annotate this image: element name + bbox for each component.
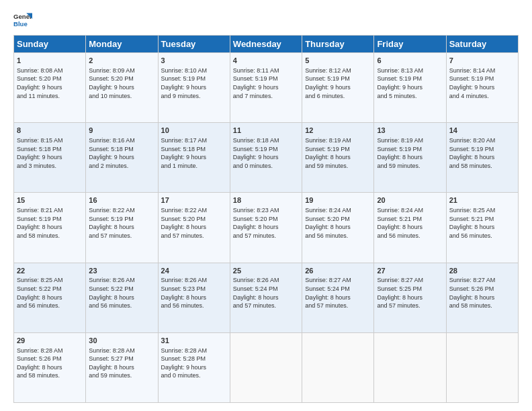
cell-content: Sunrise: 8:08 AM Sunset: 5:20 PM Dayligh… <box>17 66 83 100</box>
cell-content: Sunrise: 8:19 AM Sunset: 5:19 PM Dayligh… <box>377 136 443 170</box>
svg-text:Blue: Blue <box>13 20 28 28</box>
day-number: 24 <box>161 266 227 276</box>
cell-content: Sunrise: 8:23 AM Sunset: 5:20 PM Dayligh… <box>233 206 299 240</box>
day-number: 6 <box>377 56 443 66</box>
cell-content: Sunrise: 8:09 AM Sunset: 5:20 PM Dayligh… <box>89 66 154 100</box>
day-number: 15 <box>17 195 83 205</box>
day-number: 25 <box>233 266 299 276</box>
day-number: 1 <box>17 56 83 66</box>
day-number: 22 <box>17 266 83 276</box>
cell-content: Sunrise: 8:10 AM Sunset: 5:19 PM Dayligh… <box>161 66 227 100</box>
day-number: 4 <box>233 56 299 66</box>
day-number: 11 <box>233 126 299 136</box>
day-number: 26 <box>305 266 371 276</box>
col-header-monday: Monday <box>86 36 158 53</box>
day-number: 21 <box>449 195 515 205</box>
cell-content: Sunrise: 8:27 AM Sunset: 5:26 PM Dayligh… <box>449 276 515 310</box>
calendar-cell: 3Sunrise: 8:10 AM Sunset: 5:19 PM Daylig… <box>158 53 230 123</box>
cell-content: Sunrise: 8:24 AM Sunset: 5:21 PM Dayligh… <box>377 206 443 240</box>
day-number: 31 <box>161 336 227 346</box>
cell-content: Sunrise: 8:26 AM Sunset: 5:23 PM Dayligh… <box>161 276 227 310</box>
week-row-1: 1Sunrise: 8:08 AM Sunset: 5:20 PM Daylig… <box>14 53 519 123</box>
cell-content: Sunrise: 8:27 AM Sunset: 5:24 PM Dayligh… <box>305 276 371 310</box>
calendar-cell: 5Sunrise: 8:12 AM Sunset: 5:19 PM Daylig… <box>302 53 374 123</box>
cell-content: Sunrise: 8:15 AM Sunset: 5:18 PM Dayligh… <box>17 136 83 170</box>
day-number: 13 <box>377 126 443 136</box>
calendar-cell: 2Sunrise: 8:09 AM Sunset: 5:20 PM Daylig… <box>86 53 158 123</box>
logo: General Blue <box>13 11 32 30</box>
calendar-cell: 26Sunrise: 8:27 AM Sunset: 5:24 PM Dayli… <box>302 263 374 332</box>
cell-content: Sunrise: 8:20 AM Sunset: 5:19 PM Dayligh… <box>449 136 515 170</box>
calendar-cell: 7Sunrise: 8:14 AM Sunset: 5:19 PM Daylig… <box>446 53 518 123</box>
day-number: 20 <box>377 195 443 205</box>
calendar-cell: 17Sunrise: 8:22 AM Sunset: 5:20 PM Dayli… <box>158 193 230 263</box>
day-number: 17 <box>161 195 227 205</box>
calendar-cell: 21Sunrise: 8:25 AM Sunset: 5:21 PM Dayli… <box>446 193 518 263</box>
calendar-cell: 16Sunrise: 8:22 AM Sunset: 5:19 PM Dayli… <box>86 193 158 263</box>
day-number: 7 <box>449 56 515 66</box>
cell-content: Sunrise: 8:16 AM Sunset: 5:18 PM Dayligh… <box>89 136 154 170</box>
calendar-cell: 8Sunrise: 8:15 AM Sunset: 5:18 PM Daylig… <box>14 123 86 193</box>
cell-content: Sunrise: 8:27 AM Sunset: 5:25 PM Dayligh… <box>377 276 443 310</box>
calendar-cell <box>446 332 518 402</box>
calendar-cell: 23Sunrise: 8:26 AM Sunset: 5:22 PM Dayli… <box>86 263 158 332</box>
header: General Blue <box>13 11 519 30</box>
day-number: 18 <box>233 195 299 205</box>
cell-content: Sunrise: 8:18 AM Sunset: 5:19 PM Dayligh… <box>233 136 299 170</box>
cell-content: Sunrise: 8:12 AM Sunset: 5:19 PM Dayligh… <box>305 66 371 100</box>
calendar-cell <box>302 332 374 402</box>
day-number: 30 <box>89 336 154 346</box>
day-number: 9 <box>89 126 154 136</box>
cell-content: Sunrise: 8:26 AM Sunset: 5:22 PM Dayligh… <box>89 276 154 310</box>
calendar-cell: 30Sunrise: 8:28 AM Sunset: 5:27 PM Dayli… <box>86 332 158 402</box>
cell-content: Sunrise: 8:19 AM Sunset: 5:19 PM Dayligh… <box>305 136 371 170</box>
day-number: 23 <box>89 266 154 276</box>
col-header-sunday: Sunday <box>14 36 86 53</box>
cell-content: Sunrise: 8:21 AM Sunset: 5:19 PM Dayligh… <box>17 206 83 240</box>
day-number: 12 <box>305 126 371 136</box>
week-row-2: 8Sunrise: 8:15 AM Sunset: 5:18 PM Daylig… <box>14 123 519 193</box>
cell-content: Sunrise: 8:17 AM Sunset: 5:18 PM Dayligh… <box>161 136 227 170</box>
col-header-wednesday: Wednesday <box>230 36 302 53</box>
col-header-saturday: Saturday <box>446 36 518 53</box>
calendar-cell: 13Sunrise: 8:19 AM Sunset: 5:19 PM Dayli… <box>374 123 446 193</box>
week-row-4: 22Sunrise: 8:25 AM Sunset: 5:22 PM Dayli… <box>14 263 519 332</box>
header-row: SundayMondayTuesdayWednesdayThursdayFrid… <box>14 36 519 53</box>
day-number: 10 <box>161 126 227 136</box>
calendar-cell: 31Sunrise: 8:28 AM Sunset: 5:28 PM Dayli… <box>158 332 230 402</box>
calendar-cell: 20Sunrise: 8:24 AM Sunset: 5:21 PM Dayli… <box>374 193 446 263</box>
day-number: 19 <box>305 195 371 205</box>
day-number: 14 <box>449 126 515 136</box>
week-row-3: 15Sunrise: 8:21 AM Sunset: 5:19 PM Dayli… <box>14 193 519 263</box>
calendar-cell: 1Sunrise: 8:08 AM Sunset: 5:20 PM Daylig… <box>14 53 86 123</box>
day-number: 16 <box>89 195 154 205</box>
week-row-5: 29Sunrise: 8:28 AM Sunset: 5:26 PM Dayli… <box>14 332 519 402</box>
col-header-tuesday: Tuesday <box>158 36 230 53</box>
day-number: 28 <box>449 266 515 276</box>
calendar-cell: 15Sunrise: 8:21 AM Sunset: 5:19 PM Dayli… <box>14 193 86 263</box>
calendar-cell: 6Sunrise: 8:13 AM Sunset: 5:19 PM Daylig… <box>374 53 446 123</box>
cell-content: Sunrise: 8:14 AM Sunset: 5:19 PM Dayligh… <box>449 66 515 100</box>
calendar-cell: 29Sunrise: 8:28 AM Sunset: 5:26 PM Dayli… <box>14 332 86 402</box>
day-number: 29 <box>17 336 83 346</box>
calendar-cell <box>230 332 302 402</box>
day-number: 8 <box>17 126 83 136</box>
day-number: 27 <box>377 266 443 276</box>
cell-content: Sunrise: 8:22 AM Sunset: 5:19 PM Dayligh… <box>89 206 154 240</box>
cell-content: Sunrise: 8:13 AM Sunset: 5:19 PM Dayligh… <box>377 66 443 100</box>
cell-content: Sunrise: 8:26 AM Sunset: 5:24 PM Dayligh… <box>233 276 299 310</box>
cell-content: Sunrise: 8:25 AM Sunset: 5:21 PM Dayligh… <box>449 206 515 240</box>
day-number: 2 <box>89 56 154 66</box>
cell-content: Sunrise: 8:28 AM Sunset: 5:28 PM Dayligh… <box>161 347 227 380</box>
col-header-friday: Friday <box>374 36 446 53</box>
calendar-cell: 18Sunrise: 8:23 AM Sunset: 5:20 PM Dayli… <box>230 193 302 263</box>
cell-content: Sunrise: 8:28 AM Sunset: 5:27 PM Dayligh… <box>89 347 154 380</box>
page: General Blue SundayMondayTuesdayWednesda… <box>0 0 532 411</box>
calendar-cell: 12Sunrise: 8:19 AM Sunset: 5:19 PM Dayli… <box>302 123 374 193</box>
col-header-thursday: Thursday <box>302 36 374 53</box>
calendar-cell: 24Sunrise: 8:26 AM Sunset: 5:23 PM Dayli… <box>158 263 230 332</box>
day-number: 5 <box>305 56 371 66</box>
cell-content: Sunrise: 8:25 AM Sunset: 5:22 PM Dayligh… <box>17 276 83 310</box>
calendar-table: SundayMondayTuesdayWednesdayThursdayFrid… <box>13 35 519 403</box>
calendar-cell: 11Sunrise: 8:18 AM Sunset: 5:19 PM Dayli… <box>230 123 302 193</box>
